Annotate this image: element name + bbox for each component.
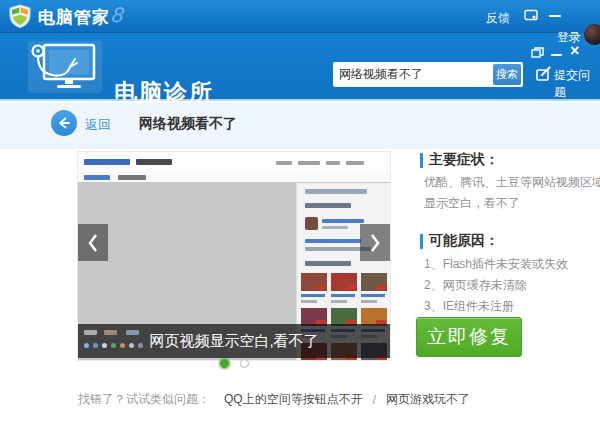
mock-webpage-topbar xyxy=(78,152,390,172)
cause-item: 3、IE组件未注册 xyxy=(424,296,568,317)
chevron-right-icon xyxy=(368,232,382,254)
similar-problems: 找错了？试试类似问题： QQ上的空间等按钮点不开 / 网页游戏玩不了 xyxy=(78,391,470,408)
causes-title: 可能原因： xyxy=(429,232,499,250)
similar-link[interactable]: 网页游戏玩不了 xyxy=(386,391,470,408)
section-accent-bar xyxy=(420,234,423,249)
search-button[interactable]: 搜索 xyxy=(493,64,521,85)
restore-window-icon[interactable] xyxy=(531,47,544,58)
back-button[interactable] xyxy=(51,110,77,136)
carousel-prev-button[interactable] xyxy=(78,224,108,261)
feedback-button[interactable]: 反馈 xyxy=(486,10,510,27)
shield-logo-icon xyxy=(9,4,31,28)
minimize-button[interactable] xyxy=(549,15,561,17)
carousel-caption: 网页视频显示空白,看不了 xyxy=(78,324,390,358)
carousel-next-button[interactable] xyxy=(360,224,390,261)
carousel-image: 网页视频显示空白,看不了 xyxy=(78,152,390,360)
search-input[interactable] xyxy=(335,63,495,85)
search-box: 搜索 xyxy=(333,62,523,87)
chevron-left-icon xyxy=(86,232,100,254)
mock-webpage-tabs xyxy=(78,172,390,183)
cause-item: 1、Flash插件未安装或失效 xyxy=(424,254,568,275)
dialog-minimize-button[interactable] xyxy=(551,54,562,56)
symptoms-header: 主要症状： xyxy=(420,151,499,169)
fix-now-button[interactable]: 立即修复 xyxy=(416,317,522,357)
carousel-caption-text: 网页视频显示空白,看不了 xyxy=(78,324,390,358)
version-8-glyph: 8 xyxy=(110,3,125,27)
carousel-dot[interactable] xyxy=(220,359,229,368)
app-title: 电脑管家 xyxy=(38,6,110,29)
causes-header: 可能原因： xyxy=(420,232,499,250)
carousel-dot[interactable] xyxy=(240,359,249,368)
clinic-logo-icon xyxy=(28,41,102,93)
similar-prompt: 找错了？试试类似问题： xyxy=(78,391,210,408)
login-link[interactable]: 登录 xyxy=(557,29,581,46)
cause-item: 2、网页缓存未清除 xyxy=(424,275,568,296)
symptoms-title: 主要症状： xyxy=(429,151,499,169)
main-titlebar: 电脑管家 8 反馈 xyxy=(0,0,600,32)
submit-question-link[interactable]: 提交问题 xyxy=(554,67,600,101)
symptoms-text: 优酷、腾讯、土豆等网站视频区域显示空白，看不了 xyxy=(424,172,600,214)
causes-list: 1、Flash插件未安装或失效 2、网页缓存未清除 3、IE组件未注册 xyxy=(424,254,568,317)
arrow-left-icon xyxy=(57,116,71,130)
similar-link[interactable]: QQ上的空间等按钮点不开 xyxy=(224,391,363,408)
page-title: 网络视频看不了 xyxy=(139,115,237,133)
compose-icon xyxy=(536,66,551,81)
skin-icon[interactable] xyxy=(524,9,538,21)
avatar[interactable] xyxy=(584,24,600,45)
clinic-header: 电脑诊所 电脑问题 轻松解决 搜索 提交问题 × xyxy=(0,32,600,101)
similar-separator: / xyxy=(373,393,376,407)
carousel-dots[interactable] xyxy=(78,359,390,368)
back-label[interactable]: 返回 xyxy=(85,116,111,134)
breadcrumb: 返回 网络视频看不了 xyxy=(0,103,600,149)
section-accent-bar xyxy=(420,153,423,168)
